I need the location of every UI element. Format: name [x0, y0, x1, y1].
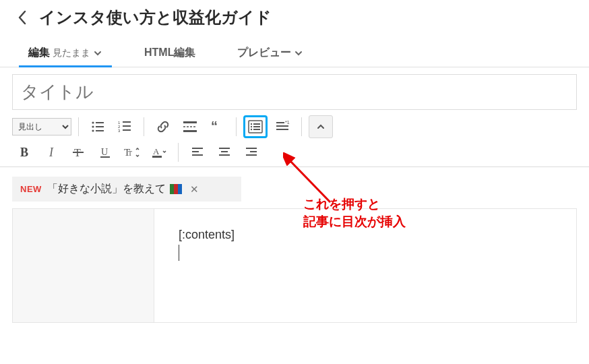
new-badge: NEW	[20, 184, 42, 194]
svg-text:A: A	[153, 146, 160, 156]
svg-rect-42	[246, 154, 257, 156]
editor-toolbar: 見出し 1 2 3	[0, 110, 589, 167]
svg-rect-19	[253, 126, 260, 127]
svg-rect-40	[246, 148, 257, 149]
bold-icon: B	[20, 146, 28, 160]
svg-rect-17	[253, 123, 260, 125]
writing-prompt-bar[interactable]: NEW 「好きな小説」を教えて ✕	[12, 177, 241, 202]
svg-point-18	[251, 126, 252, 127]
svg-rect-1	[96, 122, 104, 123]
footnote-icon: *1	[275, 120, 290, 133]
svg-point-0	[92, 121, 94, 123]
svg-rect-22	[276, 122, 284, 123]
svg-rect-5	[96, 130, 104, 131]
svg-rect-9	[123, 125, 131, 127]
editor-sidebar	[13, 209, 154, 322]
editor-body[interactable]: [:contents]	[154, 209, 576, 322]
toolbar-separator	[178, 143, 179, 162]
tab-edit[interactable]: 編集 見たまま	[19, 39, 112, 67]
font-color-button[interactable]: A	[147, 141, 171, 164]
tab-edit-mode: 見たまま	[53, 47, 90, 59]
svg-text:*1: *1	[285, 120, 290, 125]
align-left-icon	[191, 146, 204, 159]
bullet-list-icon	[91, 120, 104, 133]
align-left-button[interactable]	[185, 141, 210, 164]
footnote-button[interactable]: *1	[270, 115, 294, 138]
bold-button[interactable]: B	[12, 141, 36, 164]
tab-preview[interactable]: プレビュー	[228, 39, 313, 67]
editor-area: [:contents]	[12, 208, 577, 323]
chevron-left-icon	[18, 10, 27, 25]
tab-edit-label: 編集	[28, 46, 50, 60]
link-button[interactable]	[151, 115, 175, 138]
svg-rect-33	[152, 156, 162, 158]
svg-rect-36	[192, 154, 203, 156]
svg-rect-13	[183, 130, 197, 132]
svg-rect-7	[123, 121, 131, 123]
align-center-button[interactable]	[212, 141, 237, 164]
strikethrough-icon: T	[71, 146, 85, 159]
svg-point-20	[251, 129, 252, 130]
tab-html-label: HTML編集	[144, 46, 195, 60]
quote-icon: “	[210, 120, 224, 133]
svg-point-16	[251, 123, 252, 125]
svg-rect-11	[123, 129, 131, 131]
back-button[interactable]	[12, 7, 32, 28]
link-icon	[156, 120, 170, 133]
numbered-list-icon: 1 2 3	[118, 120, 131, 133]
font-size-button[interactable]: T T	[120, 141, 144, 164]
read-more-button[interactable]	[178, 115, 202, 138]
svg-rect-3	[96, 126, 104, 127]
svg-text:U: U	[101, 147, 108, 157]
collapse-toolbar-button[interactable]	[309, 115, 333, 138]
svg-rect-41	[250, 151, 257, 152]
svg-rect-23	[276, 125, 288, 127]
toolbar-separator	[78, 117, 79, 136]
svg-point-4	[92, 129, 94, 131]
editor-tabs: 編集 見たまま HTML編集 プレビュー	[0, 35, 589, 67]
bullet-list-button[interactable]	[86, 115, 110, 138]
toolbar-separator	[144, 117, 144, 136]
svg-rect-35	[192, 151, 199, 152]
svg-rect-37	[219, 148, 230, 149]
align-center-icon	[218, 146, 231, 159]
books-icon	[170, 184, 182, 194]
svg-text:T: T	[124, 147, 130, 158]
italic-icon: I	[49, 146, 53, 160]
svg-rect-38	[221, 151, 228, 152]
toolbar-separator	[236, 117, 237, 136]
svg-text:3: 3	[118, 129, 121, 133]
heading-select[interactable]: 見出し	[12, 118, 71, 135]
font-color-icon: A	[152, 146, 166, 159]
tab-preview-label: プレビュー	[237, 46, 291, 60]
contents-token: [:contents]	[179, 228, 552, 242]
table-of-contents-icon	[248, 120, 263, 133]
table-of-contents-button[interactable]	[243, 115, 268, 138]
close-prompt-button[interactable]: ✕	[190, 183, 199, 195]
read-more-icon	[183, 120, 197, 133]
page-title: インスタ使い方と収益化ガイド	[39, 7, 272, 28]
post-title-input[interactable]	[12, 74, 577, 110]
tab-html-edit[interactable]: HTML編集	[135, 39, 205, 67]
chevron-down-icon	[93, 49, 102, 58]
svg-rect-24	[276, 129, 288, 130]
italic-button[interactable]: I	[39, 141, 63, 164]
svg-rect-39	[219, 154, 230, 156]
svg-point-2	[92, 125, 94, 127]
align-right-icon	[245, 146, 258, 159]
font-size-icon: T T	[124, 146, 140, 159]
svg-rect-12	[183, 121, 197, 123]
prompt-text: 「好きな小説」を教えて	[47, 182, 166, 196]
align-right-button[interactable]	[239, 141, 264, 164]
svg-text:“: “	[211, 120, 218, 133]
svg-rect-34	[192, 148, 203, 149]
underline-button[interactable]: U	[93, 141, 117, 164]
underline-icon: U	[98, 146, 112, 159]
chevron-up-icon	[316, 122, 326, 131]
numbered-list-button[interactable]: 1 2 3	[113, 115, 137, 138]
toolbar-separator	[301, 117, 302, 136]
chevron-down-icon	[294, 49, 303, 58]
blockquote-button[interactable]: “	[205, 115, 229, 138]
text-cursor	[179, 245, 179, 261]
strikethrough-button[interactable]: T	[66, 141, 90, 164]
